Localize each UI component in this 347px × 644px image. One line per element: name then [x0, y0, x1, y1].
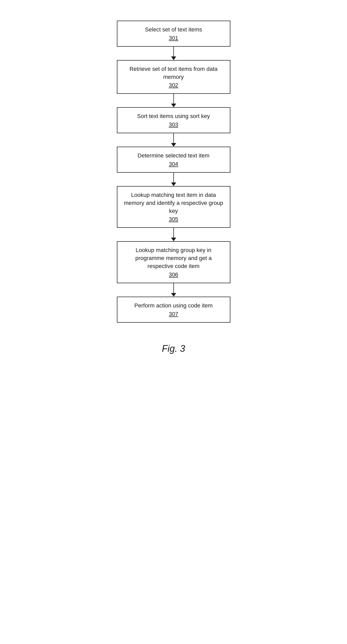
flow-box-306: Lookup matching group key in programme m… [117, 241, 230, 283]
flowchart: Select set of text items 301 Retrieve se… [109, 21, 238, 354]
arrow-line-6 [173, 283, 174, 293]
flow-box-301-number: 301 [124, 35, 224, 41]
arrow-1 [171, 47, 176, 60]
arrow-2 [171, 94, 176, 107]
arrow-3 [171, 133, 176, 147]
flow-box-304: Determine selected text item 304 [117, 147, 230, 173]
arrow-head-2 [171, 104, 176, 107]
arrow-5 [171, 228, 176, 241]
arrow-line-4 [173, 173, 174, 182]
flow-box-307-number: 307 [124, 311, 224, 317]
flow-box-303-number: 303 [124, 121, 224, 128]
flow-box-303-text: Sort text items using sort key [124, 112, 224, 120]
flow-box-304-text: Determine selected text item [124, 152, 224, 160]
flow-box-301: Select set of text items 301 [117, 21, 230, 47]
arrow-4 [171, 173, 176, 186]
flow-box-307-text: Perform action using code item [124, 302, 224, 310]
arrow-head-3 [171, 143, 176, 147]
arrow-head-4 [171, 182, 176, 186]
arrow-head-6 [171, 293, 176, 297]
flow-box-305-text: Lookup matching text item in data memory… [124, 191, 224, 215]
arrow-6 [171, 283, 176, 297]
flow-box-302-number: 302 [124, 82, 224, 89]
flow-box-305-number: 305 [124, 216, 224, 223]
arrow-line-1 [173, 47, 174, 56]
flow-box-302-text: Retrieve set of text items from data mem… [124, 65, 224, 81]
arrow-line-3 [173, 133, 174, 143]
flow-box-302: Retrieve set of text items from data mem… [117, 60, 230, 94]
arrow-head-1 [171, 56, 176, 60]
flow-box-305: Lookup matching text item in data memory… [117, 186, 230, 228]
arrow-head-5 [171, 238, 176, 241]
flow-box-301-text: Select set of text items [124, 26, 224, 34]
arrow-line-5 [173, 228, 174, 238]
arrow-line-2 [173, 94, 174, 104]
flow-box-306-text: Lookup matching group key in programme m… [124, 246, 224, 270]
figure-label: Fig. 3 [162, 343, 185, 354]
flow-box-304-number: 304 [124, 161, 224, 168]
flow-box-307: Perform action using code item 307 [117, 297, 230, 323]
flow-box-303: Sort text items using sort key 303 [117, 107, 230, 133]
flow-box-306-number: 306 [124, 271, 224, 278]
